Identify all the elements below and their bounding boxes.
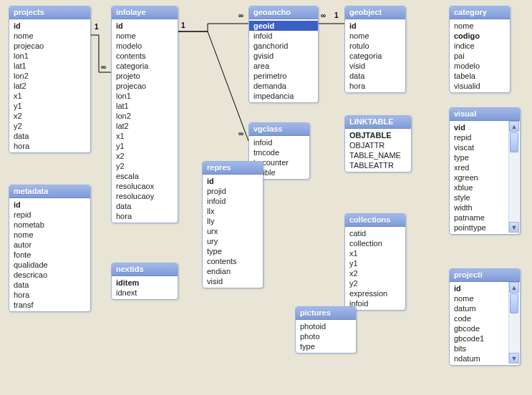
field-projecti-nome[interactable]: nome: [450, 293, 508, 303]
field-category-codigo[interactable]: codigo: [450, 31, 510, 41]
field-pictures-type[interactable]: type: [296, 341, 356, 351]
field-infolaye-nome[interactable]: nome: [112, 31, 178, 41]
field-metadata-transf[interactable]: transf: [9, 300, 90, 310]
table-header-visual[interactable]: visual: [450, 108, 520, 121]
field-projects-lon1[interactable]: lon1: [9, 51, 90, 61]
field-vgclass-infoid[interactable]: infoid: [249, 137, 309, 147]
field-geobject-nome[interactable]: nome: [345, 31, 405, 41]
field-geoancho-gvisid[interactable]: gvisid: [249, 51, 318, 61]
table-header-linktable[interactable]: LINKTABLE: [345, 116, 411, 129]
field-projects-y1[interactable]: y1: [9, 101, 90, 111]
field-visual-patname[interactable]: patname: [450, 213, 508, 223]
table-header-metadata[interactable]: metadata: [9, 185, 90, 198]
field-projects-x1[interactable]: x1: [9, 91, 90, 101]
scroll-thumb[interactable]: [510, 293, 518, 313]
scroll-down-icon[interactable]: ▼: [509, 222, 519, 233]
field-collections-y1[interactable]: y1: [345, 258, 405, 268]
field-geoancho-ganchorid[interactable]: ganchorid: [249, 41, 318, 51]
field-repres-llx[interactable]: llx: [203, 206, 263, 216]
field-projecti-datum[interactable]: datum: [450, 303, 508, 313]
field-metadata-id[interactable]: id: [9, 200, 90, 210]
field-projects-x2[interactable]: x2: [9, 111, 90, 121]
field-visual-vid[interactable]: vid: [450, 122, 508, 132]
field-projecti-id[interactable]: id: [450, 283, 508, 293]
field-metadata-data[interactable]: data: [9, 280, 90, 290]
field-collections-expression[interactable]: expression: [345, 288, 405, 298]
table-category[interactable]: categorynomecodigoindicepaimodelotabelav…: [449, 6, 511, 93]
field-repres-id[interactable]: id: [203, 176, 263, 186]
field-visual-xblue[interactable]: xblue: [450, 182, 508, 192]
field-infolaye-resolucaoy[interactable]: resolucaoy: [112, 191, 178, 201]
field-collections-x2[interactable]: x2: [345, 268, 405, 278]
field-metadata-nometab[interactable]: nometab: [9, 220, 90, 230]
field-vgclass-tmcode[interactable]: tmcode: [249, 147, 309, 157]
field-repres-contents[interactable]: contents: [203, 256, 263, 266]
table-header-nextids[interactable]: nextids: [112, 263, 178, 276]
field-projects-lon2[interactable]: lon2: [9, 71, 90, 81]
scroll-thumb[interactable]: [510, 132, 518, 152]
table-header-infolaye[interactable]: infolaye: [112, 6, 178, 19]
field-infolaye-escala[interactable]: escala: [112, 171, 178, 181]
table-header-projecti[interactable]: projecti: [450, 269, 520, 282]
field-metadata-descricao[interactable]: descricao: [9, 270, 90, 280]
field-linktable-TABLEATTR[interactable]: TABLEATTR: [345, 160, 411, 170]
field-category-tabela[interactable]: tabela: [450, 71, 510, 81]
field-infolaye-contents[interactable]: contents: [112, 51, 178, 61]
scrollbar-projecti[interactable]: ▲▼: [508, 282, 519, 364]
field-visual-type[interactable]: type: [450, 152, 508, 162]
field-projecti-gbcode1[interactable]: gbcode1: [450, 333, 508, 343]
table-metadata[interactable]: metadataidrepidnometabnomeautorfontequal…: [9, 185, 91, 312]
field-linktable-OBJATTR[interactable]: OBJATTR: [345, 140, 411, 150]
field-nextids-idnext[interactable]: idnext: [112, 288, 178, 298]
field-projects-data[interactable]: data: [9, 131, 90, 141]
field-geobject-data[interactable]: data: [345, 71, 405, 81]
field-metadata-autor[interactable]: autor: [9, 240, 90, 250]
field-geoancho-area[interactable]: area: [249, 61, 318, 71]
table-projecti[interactable]: projectiidnomedatumcodegbcodegbcode1bits…: [449, 268, 521, 366]
field-infolaye-id[interactable]: id: [112, 21, 178, 31]
field-repres-lly[interactable]: lly: [203, 216, 263, 226]
field-category-nome[interactable]: nome: [450, 21, 510, 31]
field-repres-endian[interactable]: endian: [203, 266, 263, 276]
field-repres-type[interactable]: type: [203, 246, 263, 256]
field-linktable-OBJTABLE[interactable]: OBJTABLE: [345, 130, 411, 140]
field-infolaye-x2[interactable]: x2: [112, 151, 178, 161]
field-geoancho-demanda[interactable]: demanda: [249, 81, 318, 91]
table-geoancho[interactable]: geoanchogeoidinfoidganchoridgvisidareape…: [248, 6, 319, 103]
field-infolaye-lon1[interactable]: lon1: [112, 91, 178, 101]
field-collections-x1[interactable]: x1: [345, 248, 405, 258]
field-metadata-hora[interactable]: hora: [9, 290, 90, 300]
field-projecti-ndatum[interactable]: ndatum: [450, 353, 508, 364]
field-visual-repid[interactable]: repid: [450, 132, 508, 142]
field-projects-y2[interactable]: y2: [9, 121, 90, 131]
field-infolaye-data[interactable]: data: [112, 201, 178, 211]
field-infolaye-lon2[interactable]: lon2: [112, 111, 178, 121]
field-projects-id[interactable]: id: [9, 21, 90, 31]
field-geobject-rotulo[interactable]: rotulo: [345, 41, 405, 51]
field-repres-projid[interactable]: projid: [203, 186, 263, 196]
field-geoancho-infoid[interactable]: infoid: [249, 31, 318, 41]
field-collections-catid[interactable]: catid: [345, 228, 405, 238]
field-repres-ury[interactable]: ury: [203, 236, 263, 246]
field-projects-lat2[interactable]: lat2: [9, 81, 90, 91]
field-metadata-nome[interactable]: nome: [9, 230, 90, 240]
field-collections-collection[interactable]: collection: [345, 238, 405, 248]
table-geobject[interactable]: geobjectidnomerotulocategoriavisiddataho…: [344, 6, 406, 93]
field-geoancho-perimetro[interactable]: perimetro: [249, 71, 318, 81]
table-infolaye[interactable]: infolayeidnomemodelocontentscategoriapro…: [111, 6, 178, 223]
field-projects-lat1[interactable]: lat1: [9, 61, 90, 71]
field-infolaye-categoria[interactable]: categoria: [112, 61, 178, 71]
field-projects-projecao[interactable]: projecao: [9, 41, 90, 51]
table-repres[interactable]: represidprojidinfoidllxllyurxurytypecont…: [202, 161, 263, 288]
scroll-down-icon[interactable]: ▼: [509, 353, 519, 364]
table-header-geoancho[interactable]: geoancho: [249, 6, 318, 19]
table-visual[interactable]: visualvidrepidviscattypexredxgreenxblues…: [449, 107, 521, 235]
table-header-pictures[interactable]: pictures: [296, 307, 356, 320]
field-visual-style[interactable]: style: [450, 192, 508, 203]
field-geoancho-geoid[interactable]: geoid: [249, 21, 318, 31]
field-infolaye-y2[interactable]: y2: [112, 161, 178, 171]
field-category-visualid[interactable]: visualid: [450, 81, 510, 91]
field-geoancho-impedancia[interactable]: impedancia: [249, 91, 318, 101]
field-metadata-repid[interactable]: repid: [9, 210, 90, 220]
field-category-indice[interactable]: indice: [450, 41, 510, 51]
